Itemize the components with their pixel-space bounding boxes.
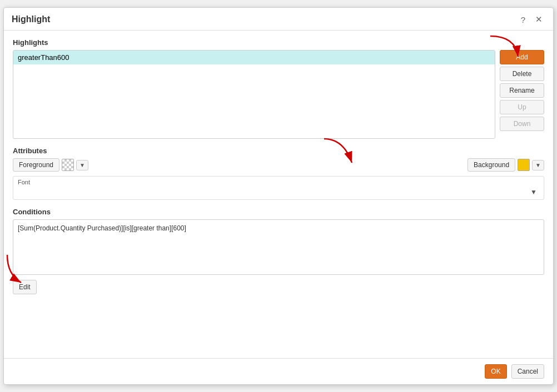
foreground-dropdown-arrow[interactable]: ▼ <box>76 160 88 170</box>
highlight-item[interactable]: greaterThan600 <box>13 51 495 64</box>
font-dropdown: ▼ <box>18 187 539 197</box>
conditions-section: Conditions Edit <box>13 208 544 294</box>
delete-button[interactable]: Delete <box>500 67 544 81</box>
up-button[interactable]: Up <box>500 100 544 114</box>
dialog-header: Highlight ? ✕ <box>4 8 553 31</box>
highlights-content: greaterThan600 Add Delete Rename Up Down <box>13 50 544 139</box>
conditions-footer: Edit <box>13 280 544 294</box>
help-button[interactable]: ? <box>518 14 528 26</box>
dialog-title: Highlight <box>12 14 50 24</box>
foreground-swatch[interactable] <box>62 159 74 171</box>
conditions-footer-wrapper: Edit <box>13 280 544 294</box>
background-swatch[interactable] <box>518 159 530 171</box>
foreground-group: Foreground ▼ <box>13 158 88 172</box>
foreground-button[interactable]: Foreground <box>13 158 59 172</box>
font-section: Font ▼ <box>13 176 544 200</box>
close-button[interactable]: ✕ <box>533 13 545 26</box>
highlights-label: Highlights <box>13 38 544 47</box>
background-group: Background ▼ <box>468 158 544 172</box>
highlight-dialog: Highlight ? ✕ Highlights <box>3 7 554 385</box>
attributes-row-wrapper: Foreground ▼ Background ▼ <box>13 158 544 172</box>
down-button[interactable]: Down <box>500 117 544 131</box>
add-button[interactable]: Add <box>500 50 544 64</box>
highlights-section: Highlights greaterThan600 Add Dele <box>13 38 544 139</box>
attributes-label: Attributes <box>13 147 544 155</box>
background-button[interactable]: Background <box>468 158 515 172</box>
background-dropdown-arrow[interactable]: ▼ <box>532 160 544 170</box>
font-label: Font <box>18 179 539 185</box>
attributes-section: Attributes Foreground ▼ <box>13 147 544 200</box>
edit-button[interactable]: Edit <box>13 280 37 294</box>
rename-button[interactable]: Rename <box>500 83 544 98</box>
highlights-list: greaterThan600 <box>13 50 495 139</box>
highlights-buttons: Add Delete Rename Up Down <box>500 50 544 131</box>
cancel-button[interactable]: Cancel <box>511 364 544 379</box>
dialog-body: Highlights greaterThan600 Add Dele <box>4 31 553 358</box>
conditions-textarea[interactable] <box>13 219 544 275</box>
dialog-footer: OK Cancel <box>4 358 553 384</box>
conditions-label: Conditions <box>13 208 544 216</box>
ok-button[interactable]: OK <box>485 364 506 379</box>
font-dropdown-button[interactable]: ▼ <box>528 187 539 197</box>
attributes-row: Foreground ▼ Background ▼ <box>13 158 544 172</box>
header-icons: ? ✕ <box>518 13 545 26</box>
